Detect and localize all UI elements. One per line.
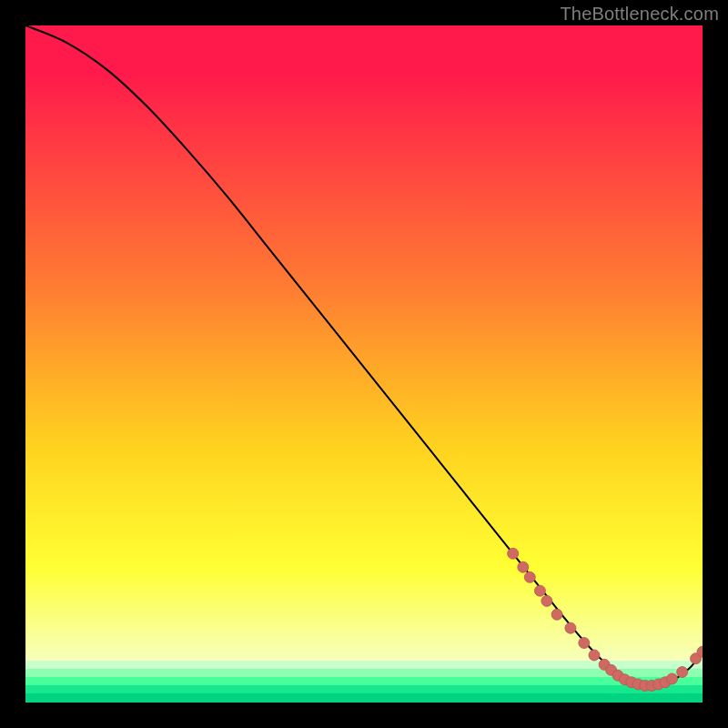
data-marker <box>508 548 519 559</box>
marker-group <box>508 548 703 691</box>
data-marker <box>677 667 688 678</box>
attribution-text: TheBottleneck.com <box>560 4 719 25</box>
data-marker <box>551 609 562 620</box>
data-marker <box>541 595 552 606</box>
data-marker <box>534 585 545 596</box>
plot-area <box>25 25 703 703</box>
data-marker <box>565 622 576 633</box>
chart-stage: TheBottleneck.com <box>0 0 728 728</box>
data-marker <box>518 561 529 572</box>
data-marker <box>589 650 600 661</box>
chart-overlay <box>25 25 703 703</box>
data-marker <box>667 673 678 684</box>
data-marker <box>524 571 535 582</box>
data-marker <box>579 638 590 649</box>
bottleneck-curve <box>25 25 703 686</box>
